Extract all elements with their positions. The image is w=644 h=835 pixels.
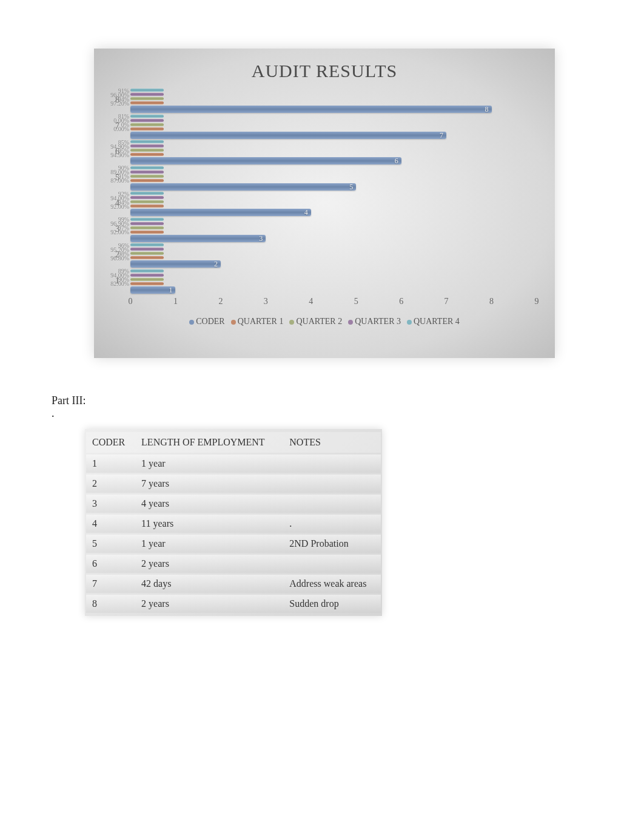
cell-notes: 2ND Probation — [283, 535, 381, 553]
bar-quarter-3: 94.00% — [130, 196, 164, 199]
coder-group: 89%94.00%90%82.00%1 — [130, 268, 537, 294]
plot-area: 12345678 89%94.00%90%82.00%196%95.20%98%… — [112, 87, 537, 312]
employment-table: CODER LENGTH OF EMPLOYMENT NOTES 11 year… — [85, 429, 382, 616]
bar-coder: 6 — [130, 157, 401, 164]
cell-notes: Sudden drop — [283, 595, 381, 613]
section-heading: Part III: — [52, 394, 592, 407]
bar-coder: 8 — [130, 106, 492, 113]
cell-coder: 3 — [86, 495, 135, 513]
th-length: LENGTH OF EMPLOYMENT — [135, 432, 283, 453]
bar-quarter-4: 92% — [130, 192, 164, 195]
coder-end-label: 7 — [440, 130, 443, 140]
table-row: 62 years — [86, 555, 381, 573]
coder-group: 90%89.00%91%87.00%5 — [130, 165, 537, 191]
legend-item: QUARTER 1 — [231, 317, 284, 326]
bar-quarter-4: 99% — [130, 218, 164, 221]
bar-quarter-3: 89.00% — [130, 171, 164, 174]
bar-quarter-3: 94.00% — [130, 274, 164, 277]
coder-group: 85%94.90%95%94.90%6 — [130, 139, 537, 165]
legend-swatch — [231, 320, 236, 325]
cell-notes: . — [283, 515, 381, 533]
coder-end-label: 6 — [395, 157, 398, 166]
coder-end-label: 5 — [349, 182, 353, 191]
bar-coder: 5 — [130, 183, 356, 191]
bar-quarter-3: 96.90% — [130, 222, 164, 225]
legend-label: CODER — [196, 317, 224, 326]
bar-quarter-2: 91% — [130, 175, 164, 178]
coder-end-label: 3 — [259, 234, 263, 243]
bar-quarter-4: 85% — [130, 140, 164, 143]
bar-quarter-4: 96% — [130, 243, 164, 246]
legend-item: CODER — [189, 317, 224, 326]
chart-legend: CODERQUARTER 1QUARTER 2QUARTER 3QUARTER … — [112, 317, 537, 326]
cell-length: 1 year — [135, 455, 283, 473]
bar-quarter-2: 0% — [130, 123, 164, 126]
bar-coder: 7 — [130, 132, 446, 139]
cell-length: 2 years — [135, 595, 283, 613]
bar-quarter-1: 97.20% — [130, 101, 164, 104]
coder-group: 92%94.00%94%92.00%4 — [130, 191, 537, 217]
coder-end-label: 8 — [485, 105, 489, 114]
bar-label: 92.00% — [110, 203, 130, 209]
cell-notes — [283, 475, 381, 493]
th-notes: NOTES — [283, 432, 381, 453]
bar-quarter-1: 92.00% — [130, 205, 164, 208]
cell-length: 1 year — [135, 535, 283, 553]
bar-quarter-2: 97% — [130, 226, 164, 229]
bar-coder: 3 — [130, 235, 266, 242]
x-tick: 9 — [535, 297, 539, 306]
cell-length: 4 years — [135, 495, 283, 513]
bar-quarter-3: 0.00% — [130, 119, 164, 122]
cell-coder: 7 — [86, 575, 135, 593]
x-tick: 7 — [444, 297, 449, 306]
legend-item: QUARTER 2 — [289, 317, 342, 326]
cell-notes: Address weak areas — [283, 575, 381, 593]
cell-notes — [283, 495, 381, 513]
legend-label: QUARTER 1 — [238, 317, 284, 326]
bar-label: 97.20% — [110, 100, 130, 106]
bar-quarter-1: 82.00% — [130, 282, 164, 285]
bar-quarter-3: 94.90% — [130, 144, 164, 147]
cell-coder: 2 — [86, 475, 135, 493]
cell-length: 7 years — [135, 475, 283, 493]
chart-title: AUDIT RESULTS — [112, 61, 537, 81]
bar-label: 82.00% — [110, 280, 130, 287]
coder-end-label: 1 — [169, 285, 172, 294]
table-row: 411 years. — [86, 515, 381, 533]
bar-quarter-2: 90% — [130, 278, 164, 281]
bar-quarter-2: 94% — [130, 97, 164, 100]
legend-item: QUARTER 3 — [348, 317, 401, 326]
bar-label: 87.00% — [110, 177, 130, 184]
audit-results-chart: AUDIT RESULTS 12345678 89%94.00%90%82.00… — [94, 49, 555, 358]
bar-quarter-4: 89% — [130, 269, 164, 272]
table-row: 82 yearsSudden drop — [86, 595, 381, 613]
coder-end-label: 2 — [214, 260, 218, 269]
cell-coder: 4 — [86, 515, 135, 533]
bar-coder: 4 — [130, 209, 311, 216]
x-tick: 4 — [309, 297, 313, 306]
cell-coder: 8 — [86, 595, 135, 613]
bar-quarter-4: 81% — [130, 115, 164, 118]
bar-quarter-1: 0.00% — [130, 127, 164, 130]
bar-quarter-1: 92.00% — [130, 231, 164, 234]
bar-quarter-2: 94% — [130, 200, 164, 203]
x-tick: 3 — [264, 297, 268, 306]
bar-coder: 1 — [130, 286, 175, 294]
bar-quarter-4: 91% — [130, 89, 164, 92]
cell-length: 42 days — [135, 575, 283, 593]
legend-label: QUARTER 4 — [414, 317, 460, 326]
th-coder: CODER — [86, 432, 135, 453]
legend-swatch — [189, 320, 194, 325]
bar-quarter-2: 95% — [130, 149, 164, 152]
x-tick: 1 — [173, 297, 178, 306]
bar-label: 96.80% — [110, 254, 130, 261]
bar-label: 94.90% — [110, 151, 130, 158]
table-row: 27 years — [86, 475, 381, 493]
bar-quarter-4: 90% — [130, 166, 164, 169]
table-row: 51 year2ND Probation — [86, 535, 381, 553]
x-tick: 6 — [399, 297, 403, 306]
coder-group: 91%96.00%94%97.20%8 — [130, 87, 537, 113]
coder-group: 96%95.20%98%96.80%2 — [130, 242, 537, 268]
bar-quarter-2: 98% — [130, 252, 164, 255]
bar-quarter-3: 96.00% — [130, 93, 164, 96]
